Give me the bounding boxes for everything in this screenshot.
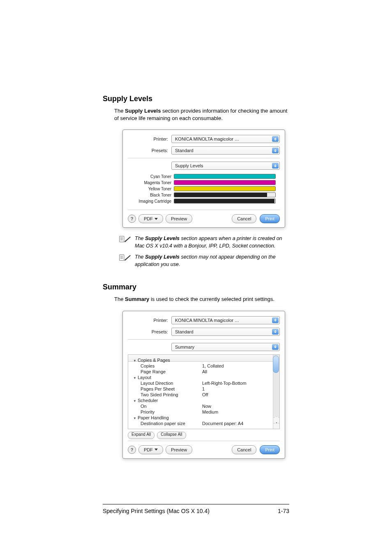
chevron-down-icon: [154, 218, 158, 220]
chevron-updown-icon: [272, 329, 279, 335]
label-printer: Printer:: [128, 136, 171, 141]
text: The: [135, 236, 145, 241]
tree-value: Medium: [202, 409, 271, 414]
text-bold: Summary: [125, 296, 149, 302]
note: The Supply Levels section appears when a…: [119, 235, 289, 250]
tree-row[interactable]: Paper Handling: [133, 415, 271, 421]
footer-left: Specifying Print Settings (Mac OS X 10.4…: [103, 508, 210, 514]
tree-value: All: [202, 369, 271, 374]
printer-select[interactable]: KONICA MINOLTA magicolor …: [171, 316, 280, 324]
note-icon: [119, 254, 131, 264]
text: is used to check the currently selected …: [149, 296, 274, 302]
svg-rect-4: [120, 255, 124, 261]
pdf-label: PDF: [144, 447, 153, 452]
divider: [128, 210, 280, 210]
tree-key: On: [133, 404, 202, 409]
tree-row[interactable]: Layout: [133, 375, 271, 380]
tree-value: [195, 398, 271, 403]
panel-value: Supply Levels: [175, 163, 203, 168]
tree-key: Destination paper size: [133, 421, 202, 426]
chevron-updown-icon: [272, 344, 279, 350]
tree-key: Scheduler: [133, 398, 195, 403]
tree-key: Copies: [133, 363, 202, 368]
panel-select[interactable]: Supply Levels: [171, 162, 280, 170]
scroll-thumb[interactable]: [273, 356, 279, 373]
scroll-up[interactable]: [273, 417, 279, 423]
tree-key: Priority: [133, 409, 202, 414]
progress-fill: [174, 187, 275, 191]
tree-value: Document paper: A4: [202, 421, 271, 426]
printer-select[interactable]: KONICA MINOLTA magicolor …: [171, 135, 280, 143]
collapse-all-button[interactable]: Collapse All: [157, 432, 186, 439]
text-bold: Supply Levels: [125, 108, 161, 114]
progress-fill: [174, 174, 275, 178]
pdf-button[interactable]: PDF: [138, 445, 163, 454]
pdf-button[interactable]: PDF: [138, 214, 163, 223]
label-presets: Presets:: [128, 329, 171, 334]
progress-fill: [174, 180, 275, 185]
help-button[interactable]: ?: [128, 215, 136, 223]
supply-row: Black Toner: [132, 192, 276, 197]
scroll-down[interactable]: [273, 423, 279, 429]
progress-bar: [174, 199, 276, 204]
expand-all-button[interactable]: Expand All: [128, 432, 154, 439]
panel-value: Summary: [175, 345, 194, 349]
tree-row[interactable]: Scheduler: [133, 398, 271, 403]
supply-row: Imaging Cartridge: [132, 199, 276, 204]
tree-row[interactable]: Destination paper sizeDocument paper: A4: [133, 421, 271, 426]
supply-list: Cyan Toner Magenta Toner Yellow Toner Bl…: [128, 173, 280, 208]
intro-supply-levels: The Supply Levels section provides infor…: [103, 107, 289, 122]
chevron-down-icon: [154, 449, 158, 451]
help-button[interactable]: ?: [128, 446, 136, 454]
summary-tree[interactable]: Copies & PagesCopies1, CollatedPage Rang…: [128, 354, 280, 429]
tree-row[interactable]: Two Sided PrintingOff: [133, 392, 271, 398]
text-bold: Supply Levels: [145, 254, 180, 260]
tree-row[interactable]: Copies1, Collated: [133, 363, 271, 369]
tree-key: Pages Per Sheet: [133, 386, 202, 391]
tree-value: 1: [202, 386, 271, 391]
chevron-updown-icon: [272, 148, 279, 153]
progress-fill: [174, 193, 267, 197]
chevron-updown-icon: [272, 163, 279, 169]
progress-fill: [174, 199, 274, 203]
progress-bar: [174, 174, 276, 179]
text-bold: Supply Levels: [145, 236, 180, 241]
heading-supply-levels: Supply Levels: [103, 95, 289, 103]
presets-value: Standard: [175, 329, 194, 334]
supply-row: Cyan Toner: [132, 174, 276, 179]
tree-key: Paper Handling: [133, 415, 195, 420]
preview-button[interactable]: Preview: [166, 445, 192, 454]
scrollbar[interactable]: [273, 355, 279, 429]
pdf-label: PDF: [144, 216, 153, 221]
tree-value: [195, 358, 271, 363]
chevron-updown-icon: [272, 317, 279, 323]
tree-row[interactable]: Copies & Pages: [133, 357, 271, 363]
presets-select[interactable]: Standard: [171, 146, 280, 155]
tree-value: Left-Right-Top-Bottom: [202, 381, 271, 386]
cancel-button[interactable]: Cancel: [232, 445, 256, 454]
print-button[interactable]: Print: [260, 214, 280, 223]
supply-label: Yellow Toner: [132, 187, 174, 191]
supply-row: Yellow Toner: [132, 186, 276, 191]
divider: [128, 441, 280, 441]
tree-row[interactable]: Pages Per Sheet1: [133, 386, 271, 392]
progress-bar: [174, 186, 276, 191]
heading-summary: Summary: [103, 283, 289, 291]
page-footer: Specifying Print Settings (Mac OS X 10.4…: [103, 504, 289, 514]
print-button[interactable]: Print: [260, 445, 280, 454]
presets-select[interactable]: Standard: [171, 328, 280, 336]
supply-row: Magenta Toner: [132, 180, 276, 185]
svg-rect-0: [120, 236, 124, 242]
tree-row[interactable]: OnNow: [133, 403, 271, 409]
supply-label: Cyan Toner: [132, 174, 174, 179]
tree-value: Off: [202, 392, 271, 397]
tree-row[interactable]: Layout DirectionLeft-Right-Top-Bottom: [133, 380, 271, 386]
tree-key: Page Range: [133, 369, 202, 374]
tree-row[interactable]: PriorityMedium: [133, 409, 271, 415]
tree-value: [195, 375, 271, 380]
tree-row[interactable]: Page RangeAll: [133, 369, 271, 375]
preview-button[interactable]: Preview: [166, 214, 192, 223]
label-printer: Printer:: [128, 318, 171, 323]
panel-select[interactable]: Summary: [171, 343, 280, 351]
cancel-button[interactable]: Cancel: [232, 214, 256, 223]
